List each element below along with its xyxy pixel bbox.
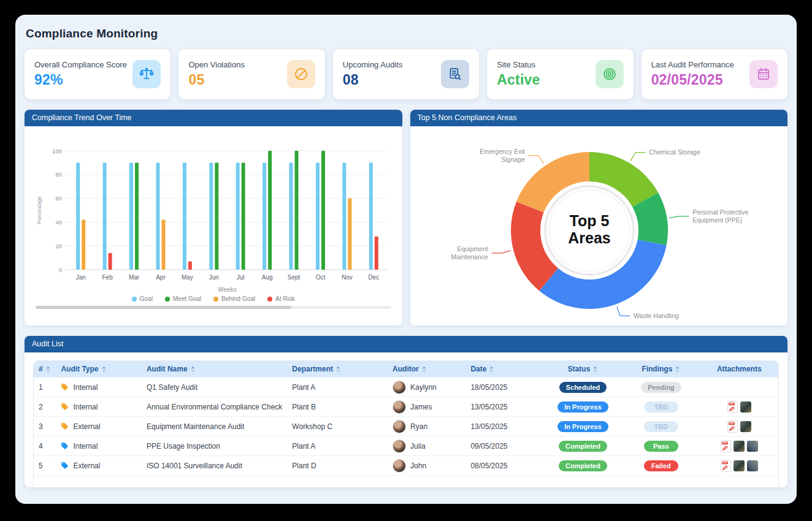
pdf-attachment-icon[interactable]: PDF [721, 460, 731, 472]
audit-document-icon [441, 60, 469, 88]
cell-department: Plant D [287, 456, 388, 476]
chart-scrollbar-thumb[interactable] [36, 306, 291, 309]
bar-at-risk-feb [109, 253, 112, 270]
donut-label-line [630, 153, 645, 161]
kpi-label: Upcoming Audits [343, 60, 403, 69]
cell-audit-name: Q1 Safety Audit [142, 378, 287, 397]
sort-icon[interactable] [335, 366, 341, 373]
bar-behind-goal-apr [162, 220, 166, 270]
auditor-avatar [393, 400, 406, 414]
svg-text:80: 80 [55, 171, 62, 178]
kpi-card-overall-compliance-score: Overall Compliance Score92% [25, 49, 170, 99]
bar-goal-mar [129, 162, 133, 270]
donut-center-label: Top 5 [569, 212, 609, 229]
kpi-text: Overall Compliance Score92% [34, 60, 127, 88]
legend-dot [165, 297, 170, 302]
legend-dot [132, 297, 137, 302]
sort-icon[interactable] [592, 366, 598, 373]
cell-status: Completed [544, 436, 622, 456]
photo-attachment-thumbnail[interactable] [740, 421, 751, 432]
legend-item-goal[interactable]: Goal [132, 295, 153, 302]
photo-attachment-thumbnail[interactable] [747, 460, 758, 471]
kpi-label: Last Audit Performance [651, 60, 734, 69]
bar-behind-goal-jan [82, 220, 85, 270]
pdf-attachment-icon[interactable]: PDF [721, 440, 731, 452]
legend-label: At Risk [275, 295, 295, 302]
cell-status: In Progress [544, 397, 622, 417]
sort-icon[interactable] [421, 366, 427, 373]
sort-icon[interactable] [45, 366, 51, 373]
svg-text:Weeks: Weeks [218, 286, 236, 293]
bar-meet-goal-mar [135, 162, 139, 270]
calendar-icon [749, 60, 778, 88]
audit-list-panel: Audit List #Audit TypeAudit NameDepartme… [25, 336, 787, 487]
legend-item-meet-goal[interactable]: Meet Goal [165, 295, 201, 302]
column-header-attachments: Attachments [700, 361, 778, 378]
column-header-findings[interactable]: Findings [622, 361, 700, 378]
sort-icon[interactable] [489, 366, 494, 373]
cell-status: Scheduled [544, 378, 622, 397]
tag-icon [61, 383, 69, 391]
empty-table-row [34, 476, 778, 488]
tag-icon [61, 422, 69, 430]
cell-num: 1 [34, 378, 56, 397]
column-header-audit-name[interactable]: Audit Name [142, 361, 287, 378]
panel-header-audit-list: Audit List [25, 336, 787, 352]
chart-horizontal-scrollbar [36, 306, 391, 309]
photo-attachment-thumbnail[interactable] [733, 441, 745, 452]
svg-text:Jul: Jul [237, 274, 245, 281]
auditor-avatar [393, 459, 406, 473]
pdf-attachment-icon[interactable]: PDF [727, 420, 738, 433]
sort-icon[interactable] [190, 366, 196, 373]
legend-label: Goal [140, 295, 153, 302]
cell-audit-type: Internal [56, 436, 142, 456]
sort-icon[interactable] [675, 366, 680, 373]
cell-attachments: PDF [700, 397, 778, 417]
prohibited-icon [287, 60, 315, 88]
audit-table: #Audit TypeAudit NameDepartmentAuditorDa… [34, 361, 778, 487]
column-header-department[interactable]: Department [287, 361, 388, 378]
column-header-auditor[interactable]: Auditor [388, 361, 465, 378]
column-header-date[interactable]: Date [465, 361, 543, 378]
status-badge: In Progress [557, 401, 608, 413]
column-header-status[interactable]: Status [544, 361, 622, 378]
kpi-value: 08 [343, 72, 403, 88]
cell-department: Plant A [287, 378, 388, 397]
column-header-audit-type[interactable]: Audit Type [56, 361, 142, 378]
status-badge: Scheduled [559, 382, 607, 393]
bar-goal-feb [103, 162, 107, 270]
bar-meet-goal-jun [215, 162, 218, 270]
dashboard-page: Compliance Monitoring Overall Compliance… [15, 15, 797, 504]
svg-text:PDF: PDF [729, 422, 734, 425]
svg-text:May: May [182, 274, 193, 281]
bar-meet-goal-sept [295, 151, 299, 270]
cell-audit-type: Internal [56, 397, 142, 417]
svg-text:Mar: Mar [129, 274, 140, 281]
svg-text:Nov: Nov [342, 274, 353, 281]
cell-findings: TBD [622, 417, 700, 436]
cell-department: Plant A [287, 436, 388, 456]
column-header--[interactable]: # [34, 361, 56, 378]
audit-table-row: 5ExternalISO 14001 Surveillance AuditPla… [34, 456, 778, 476]
non-compliance-donut-panel: Top 5 Non Compliance Areas Chemical Stor… [410, 110, 788, 325]
legend-dot [267, 297, 272, 302]
audit-table-row: 1InternalQ1 Safety AuditPlant AKaylynn18… [34, 378, 778, 397]
legend-item-behind-goal[interactable]: Behind Goal [213, 295, 255, 302]
donut-label: Chemical Storage [649, 148, 700, 156]
page-title: Compliance Monitoring [26, 27, 787, 40]
pdf-attachment-icon[interactable]: PDF [727, 401, 738, 413]
photo-attachment-thumbnail[interactable] [733, 460, 745, 471]
target-icon [596, 60, 624, 88]
legend-item-at-risk[interactable]: At Risk [267, 295, 295, 302]
donut-label: Signage [501, 156, 525, 163]
donut-label-line [669, 216, 689, 218]
svg-text:100: 100 [52, 148, 62, 154]
kpi-value: 92% [34, 72, 127, 88]
cell-department: Plant B [287, 397, 388, 417]
photo-attachment-thumbnail[interactable] [747, 441, 758, 452]
sort-icon[interactable] [101, 366, 107, 373]
bar-meet-goal-aug [268, 151, 272, 270]
auditor-avatar [393, 420, 406, 433]
cell-attachments: PDF [700, 417, 778, 436]
photo-attachment-thumbnail[interactable] [740, 401, 751, 413]
